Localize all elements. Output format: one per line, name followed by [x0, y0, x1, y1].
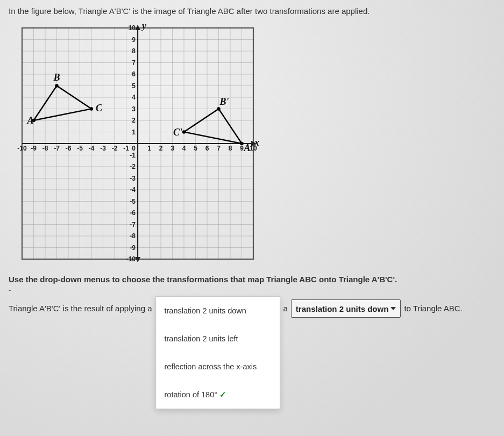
svg-text:6: 6 — [132, 70, 136, 78]
svg-text:6: 6 — [205, 145, 209, 152]
svg-text:-10: -10 — [126, 255, 136, 263]
dropdown-option[interactable]: translation 2 units down — [156, 297, 280, 325]
instruction-text: Use the drop-down menus to choose the tr… — [9, 275, 495, 284]
svg-text:-4: -4 — [89, 145, 95, 152]
svg-text:B: B — [53, 72, 60, 83]
svg-text:7: 7 — [217, 145, 221, 152]
svg-text:-9: -9 — [130, 244, 136, 252]
svg-marker-98 — [184, 109, 242, 144]
svg-text:4: 4 — [182, 145, 186, 152]
svg-text:2: 2 — [132, 117, 136, 124]
svg-text:-5: -5 — [77, 145, 83, 152]
svg-text:C': C' — [173, 127, 182, 138]
graph-svg: -10-9-8-7-6-5-4-3-2-112345678910-10-9-8-… — [14, 20, 261, 267]
dropdown-selected-label: translation 2 units down — [296, 304, 389, 313]
svg-text:8: 8 — [229, 145, 232, 152]
svg-text:-7: -7 — [130, 221, 136, 228]
svg-text:-4: -4 — [130, 186, 136, 194]
svg-text:2: 2 — [159, 145, 163, 152]
svg-text:-9: -9 — [31, 145, 37, 152]
svg-text:10: 10 — [129, 24, 136, 32]
svg-text:5: 5 — [132, 82, 136, 90]
sentence-trail: to Triangle ABC. — [404, 299, 462, 318]
svg-text:-8: -8 — [42, 145, 48, 152]
option-label: rotation of 180° — [165, 390, 218, 399]
svg-text:-10: -10 — [17, 145, 27, 152]
svg-text:A': A' — [244, 142, 253, 153]
transformation-dropdown-1[interactable]: translation 2 units down translation 2 u… — [155, 296, 280, 409]
svg-point-103 — [182, 130, 186, 133]
svg-text:-1: -1 — [123, 145, 129, 152]
svg-text:0: 0 — [132, 145, 136, 152]
svg-text:3: 3 — [171, 145, 174, 152]
svg-text:C: C — [96, 103, 103, 113]
svg-text:8: 8 — [132, 47, 136, 55]
svg-text:5: 5 — [194, 145, 197, 152]
sentence-lead: Triangle A'B'C' is the result of applyin… — [9, 299, 152, 318]
svg-text:7: 7 — [132, 59, 136, 67]
svg-text:-8: -8 — [130, 232, 136, 240]
dropdown-option[interactable]: translation 2 units left — [156, 325, 280, 353]
transformation-dropdown-2[interactable]: translation 2 units down — [291, 299, 401, 318]
answer-row: Triangle A'B'C' is the result of applyin… — [9, 299, 495, 409]
svg-point-94 — [55, 84, 58, 87]
svg-text:-6: -6 — [130, 209, 136, 217]
chevron-down-icon — [391, 307, 396, 310]
svg-text:9: 9 — [132, 36, 136, 44]
svg-text:9: 9 — [240, 145, 244, 152]
dropdown-option[interactable]: reflection across the x-axis — [156, 353, 280, 381]
svg-point-101 — [217, 107, 220, 110]
svg-text:-3: -3 — [100, 145, 106, 152]
svg-text:y: y — [141, 20, 147, 31]
svg-point-96 — [90, 107, 93, 110]
svg-text:-3: -3 — [130, 175, 136, 182]
svg-text:-7: -7 — [54, 145, 60, 152]
svg-point-99 — [240, 142, 243, 145]
svg-marker-91 — [34, 86, 92, 121]
svg-text:3: 3 — [132, 105, 136, 113]
check-icon: ✓ — [219, 390, 226, 399]
svg-text:1: 1 — [147, 145, 151, 152]
svg-text:-1: -1 — [130, 152, 136, 159]
svg-text:B': B' — [219, 96, 229, 107]
svg-text:1: 1 — [132, 128, 136, 136]
sentence-between: a — [283, 299, 288, 318]
dropdown-option-selected[interactable]: rotation of 180° ✓ — [156, 381, 280, 409]
svg-text:4: 4 — [132, 94, 136, 101]
svg-text:A: A — [27, 115, 34, 126]
coordinate-graph: -10-9-8-7-6-5-4-3-2-112345678910-10-9-8-… — [14, 20, 495, 267]
svg-text:-5: -5 — [130, 198, 136, 205]
svg-text:x: x — [254, 137, 259, 148]
svg-text:-6: -6 — [66, 145, 72, 152]
decor-dash: - — [9, 286, 495, 294]
svg-text:-2: -2 — [130, 163, 136, 170]
svg-text:-2: -2 — [112, 145, 118, 152]
problem-prompt: In the figure below, Triangle A'B'C' is … — [9, 6, 495, 16]
